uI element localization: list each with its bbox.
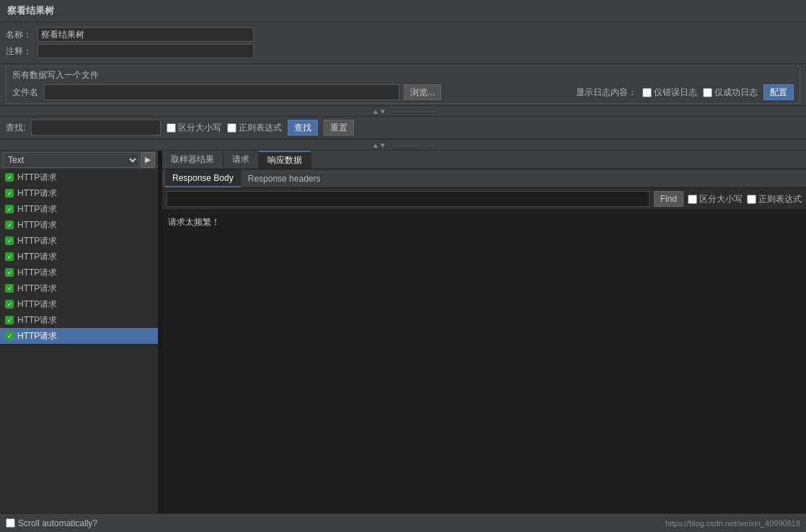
case-sensitive-checkbox[interactable]: [167, 123, 176, 133]
shield-icon: ✓: [4, 204, 14, 214]
list-item-selected[interactable]: ✓ HTTP请求: [0, 328, 158, 344]
comment-label: 注释：: [6, 45, 33, 58]
list-item[interactable]: ✓ HTTP请求: [0, 233, 158, 249]
response-case-label[interactable]: 区分大小写: [688, 193, 743, 205]
response-tabs: Response Body Response headers: [162, 169, 806, 188]
response-find-button[interactable]: Find: [654, 191, 683, 207]
tab-response-data[interactable]: 响应数据: [259, 151, 311, 169]
list-item[interactable]: ✓ HTTP请求: [0, 169, 158, 185]
list-item[interactable]: ✓ HTTP请求: [0, 201, 158, 217]
shield-icon: ✓: [4, 331, 14, 341]
response-regex-label[interactable]: 正则表达式: [747, 193, 802, 205]
comment-input[interactable]: [37, 44, 254, 58]
name-label: 名称：: [6, 29, 33, 41]
log-label: 显示日志内容：: [576, 87, 637, 99]
response-case-checkbox[interactable]: [688, 195, 697, 204]
shield-icon: ✓: [4, 236, 14, 246]
browse-button[interactable]: 浏览...: [404, 84, 441, 100]
list-item[interactable]: ✓ HTTP请求: [0, 280, 158, 296]
response-text: 请求太频繁！: [168, 217, 220, 227]
response-search-bar: Find 区分大小写 正则表达式: [162, 188, 806, 210]
list-item[interactable]: ✓ HTTP请求: [0, 265, 158, 280]
collapse-icon-1: ▲▼: [372, 107, 386, 115]
collapse-bar-1[interactable]: ▲▼ ·····················: [0, 105, 806, 117]
collapse-icon-2: ▲▼: [372, 141, 386, 149]
success-log-checkbox[interactable]: [703, 88, 712, 97]
main-window: 察看结果树 名称： 注释： 所有数据写入一个文件 文件名 浏览... 显示日志内…: [0, 0, 806, 532]
file-label: 文件名: [12, 87, 40, 99]
error-log-label[interactable]: 仅错误日志: [642, 87, 697, 99]
form-section: 名称： 注释：: [0, 22, 806, 64]
name-input[interactable]: [37, 27, 254, 42]
search-bar: 查找: 区分大小写 正则表达式 查找 重置: [0, 117, 806, 139]
shield-icon: ✓: [4, 252, 14, 262]
list-item[interactable]: ✓ HTTP请求: [0, 312, 158, 328]
shield-icon: ✓: [4, 220, 14, 230]
tree-list: ✓ HTTP请求 ✓ HTTP请求 ✓ HTTP请求 ✓ HTTP请求 ✓: [0, 169, 158, 513]
config-button[interactable]: 配置: [763, 84, 794, 100]
window-title: 察看结果树: [7, 5, 54, 16]
main-tabs: 取样器结果 请求 响应数据: [162, 151, 806, 169]
file-group: 所有数据写入一个文件 文件名 浏览... 显示日志内容： 仅错误日志 仅成功日志…: [6, 66, 800, 104]
left-panel-arrow-btn[interactable]: ▶: [141, 152, 155, 168]
comment-row: 注释：: [6, 44, 800, 58]
view-type-select[interactable]: Text RegExp Tester CSS/JQuery Tester XPa…: [3, 152, 139, 168]
list-item[interactable]: ✓ HTTP请求: [0, 249, 158, 265]
shield-icon: ✓: [4, 299, 14, 309]
shield-icon: ✓: [4, 315, 14, 325]
scroll-auto-checkbox[interactable]: [6, 518, 15, 528]
tab-response-headers[interactable]: Response headers: [241, 169, 328, 187]
tab-response-body[interactable]: Response Body: [165, 169, 241, 187]
shield-icon: ✓: [4, 267, 14, 278]
collapse-bar-2[interactable]: ▲▼ ·····················: [0, 139, 806, 151]
file-input[interactable]: [44, 84, 399, 100]
file-row: 文件名 浏览... 显示日志内容： 仅错误日志 仅成功日志 配置: [12, 84, 794, 100]
response-regex-checkbox[interactable]: [747, 195, 756, 204]
reset-button[interactable]: 重置: [324, 120, 354, 136]
list-item[interactable]: ✓ HTTP请求: [0, 296, 158, 312]
response-search-input[interactable]: [167, 191, 650, 207]
file-group-title: 所有数据写入一个文件: [12, 69, 794, 81]
search-label: 查找:: [6, 122, 25, 134]
shield-icon: ✓: [4, 283, 14, 293]
left-panel-header: Text RegExp Tester CSS/JQuery Tester XPa…: [0, 151, 158, 169]
regex-label[interactable]: 正则表达式: [227, 122, 282, 134]
main-area: Text RegExp Tester CSS/JQuery Tester XPa…: [0, 151, 806, 513]
dots-1: ·····················: [392, 107, 434, 115]
case-sensitive-label[interactable]: 区分大小写: [167, 122, 221, 134]
scroll-label: Scroll automatically?: [18, 518, 97, 528]
list-item[interactable]: ✓ HTTP请求: [0, 185, 158, 201]
search-input[interactable]: [31, 120, 161, 136]
bottom-url: https://blog.csdn.net/weixin_40990818: [665, 519, 800, 528]
response-content: 请求太频繁！: [162, 210, 806, 513]
dots-2: ·····················: [392, 141, 434, 149]
success-log-label[interactable]: 仅成功日志: [703, 87, 758, 99]
title-bar: 察看结果树: [0, 0, 806, 22]
right-panel: 取样器结果 请求 响应数据 Response Body Response hea…: [162, 151, 806, 513]
tab-request[interactable]: 请求: [223, 151, 259, 169]
tab-sampler-results[interactable]: 取样器结果: [162, 151, 223, 169]
name-row: 名称：: [6, 27, 800, 42]
find-button[interactable]: 查找: [288, 120, 318, 136]
log-controls: 显示日志内容： 仅错误日志 仅成功日志 配置: [446, 84, 794, 100]
error-log-checkbox[interactable]: [642, 88, 652, 97]
shield-icon: ✓: [4, 172, 14, 182]
shield-icon: ✓: [4, 188, 14, 198]
bottom-bar: Scroll automatically? https://blog.csdn.…: [0, 513, 806, 532]
regex-checkbox[interactable]: [227, 123, 236, 133]
scroll-check[interactable]: Scroll automatically?: [6, 518, 97, 528]
list-item[interactable]: ✓ HTTP请求: [0, 217, 158, 233]
left-panel: Text RegExp Tester CSS/JQuery Tester XPa…: [0, 151, 159, 513]
